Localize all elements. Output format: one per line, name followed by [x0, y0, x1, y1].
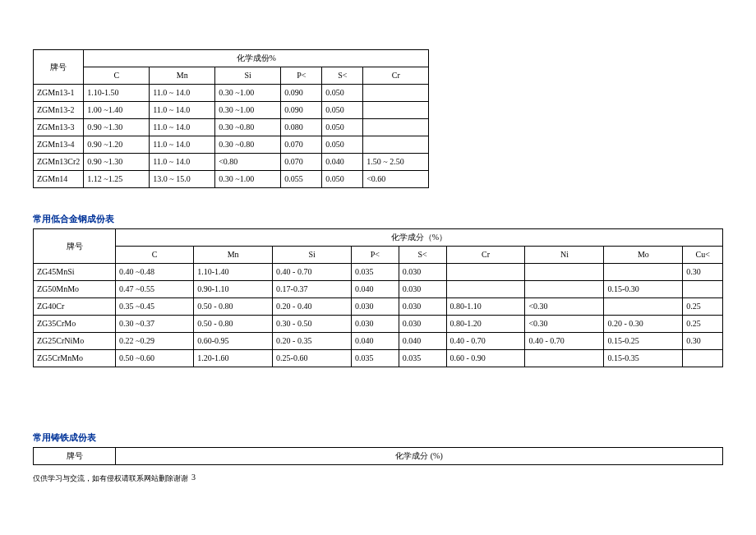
- mn-steel-composition-table: 牌号 化学成份% C Mn Si P< S< Cr ZGMn13-11.10-1…: [33, 49, 429, 188]
- col-chem: 化学成份%: [84, 50, 429, 67]
- col-mn: Mn: [150, 67, 215, 85]
- col-grade: 牌号: [34, 448, 116, 465]
- table-row: ZGMn13-21.00 ~1.4011.0 ~ 14.00.30 ~1.000…: [34, 102, 429, 119]
- table-row: ZG35CrMo0.30 ~0.370.50 - 0.800.30 - 0.50…: [34, 316, 723, 333]
- table-row: ZG40Cr0.35 ~0.450.50 - 0.800.20 - 0.400.…: [34, 298, 723, 316]
- col-p: P<: [352, 247, 399, 264]
- table-row: ZG45MnSi0.40 ~0.481.10-1.400.40 - 0.700.…: [34, 264, 723, 281]
- col-grade: 牌号: [34, 229, 116, 264]
- col-cu: Cu<: [683, 247, 723, 264]
- table-row: ZG25CrNiMo0.22 ~0.290.60-0.950.20 - 0.35…: [34, 333, 723, 350]
- col-si: Si: [273, 247, 352, 264]
- footer: 仅供学习与交流，如有侵权请联系网站删除谢谢3: [33, 473, 723, 484]
- low-alloy-steel-composition-table: 牌号 化学成分（%） C Mn Si P< S< Cr Ni Mo Cu< ZG…: [33, 228, 723, 367]
- col-mn: Mn: [194, 247, 273, 264]
- table-row: ZGMn13-11.10-1.5011.0 ~ 14.00.30 ~1.000.…: [34, 85, 429, 102]
- col-si: Si: [215, 67, 281, 85]
- footer-text: 仅供学习与交流，如有侵权请联系网站删除谢谢: [33, 474, 188, 482]
- col-mo: Mo: [604, 247, 683, 264]
- table-row: ZGMn13Cr20.90 ~1.3011.0 ~ 14.0<0.800.070…: [34, 154, 429, 171]
- table-row: ZGMn13-30.90 ~1.3011.0 ~ 14.00.30 ~0.800…: [34, 119, 429, 136]
- col-p: P<: [281, 67, 322, 85]
- col-c: C: [84, 67, 150, 85]
- table-row: ZGMn141.12 ~1.2513.0 ~ 15.00.30 ~1.000.0…: [34, 171, 429, 188]
- section-title-cast-iron: 常用铸铁成份表: [33, 431, 723, 444]
- page-number: 3: [191, 473, 196, 482]
- table-row: ZG50MnMo0.47 ~0.550.90-1.100.17-0.370.04…: [34, 281, 723, 298]
- section-title-low-alloy: 常用低合金钢成份表: [33, 213, 723, 225]
- table-row: ZGMn13-40.90 ~1.2011.0 ~ 14.00.30 ~0.800…: [34, 136, 429, 154]
- col-grade: 牌号: [34, 50, 84, 85]
- col-s: S<: [399, 247, 446, 264]
- col-chem: 化学成分 (%): [116, 448, 723, 465]
- table-row: ZG5CrMnMo0.50 ~0.601.20-1.600.25-0.600.0…: [34, 350, 723, 367]
- col-ni: Ni: [525, 247, 604, 264]
- col-cr: Cr: [363, 67, 429, 85]
- col-chem: 化学成分（%）: [116, 229, 723, 247]
- col-c: C: [116, 247, 194, 264]
- cast-iron-composition-table: 牌号 化学成分 (%): [33, 447, 723, 465]
- col-cr: Cr: [446, 247, 525, 264]
- col-s: S<: [322, 67, 363, 85]
